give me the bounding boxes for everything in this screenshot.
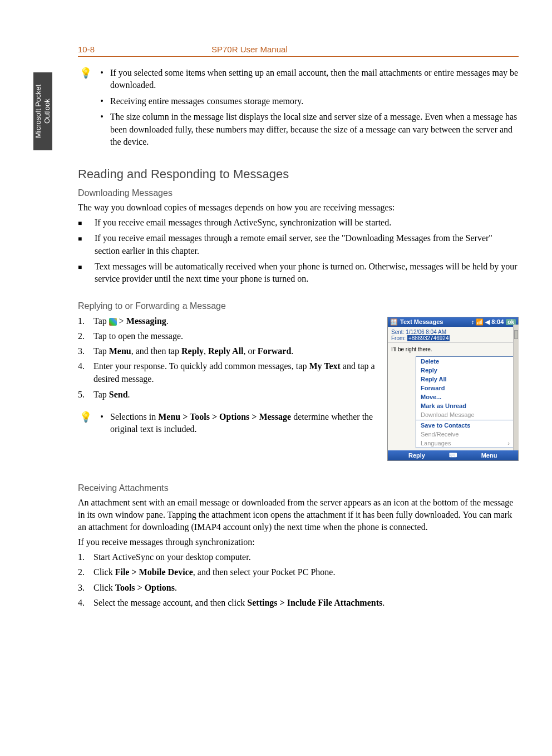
body-text: An attachment sent with an email message… bbox=[78, 497, 519, 534]
ui-label: File > Mobile Device bbox=[115, 567, 193, 577]
menu-item-download: Download Message bbox=[416, 410, 514, 419]
page-header: 10-8 SP70R User Manual bbox=[78, 45, 519, 57]
message-metadata: Sent: 1/12/06 8:04 AM From: +88693274692… bbox=[388, 327, 518, 343]
step-text: Start ActiveSync on your desktop compute… bbox=[93, 551, 251, 563]
step-text: , and then select your Pocket PC Phone. bbox=[193, 567, 336, 577]
softkey-menu[interactable]: Menu bbox=[460, 450, 518, 460]
list-item: • Selections in Menu > Tools > Options >… bbox=[93, 411, 376, 436]
tip-text: Receiving entire messages consumes stora… bbox=[110, 95, 303, 107]
ui-label: Messaging bbox=[126, 316, 166, 326]
sent-label: Sent: bbox=[391, 329, 404, 335]
step-text: Click bbox=[93, 567, 115, 577]
bullet-text: If you receive email messages through a … bbox=[95, 232, 519, 257]
step-item: 5. Tap Send. bbox=[78, 388, 376, 401]
subsection-heading: Receiving Attachments bbox=[78, 483, 519, 493]
section-tab: Microsoft Pocket Outlook bbox=[33, 72, 52, 150]
keyboard-icon[interactable]: ⌨ bbox=[446, 450, 460, 460]
menu-item-forward[interactable]: Forward bbox=[416, 384, 514, 392]
list-item: ■If you receive email messages through A… bbox=[78, 217, 519, 229]
step-text: . bbox=[175, 583, 177, 592]
context-menu: Delete Reply Reply All Forward Move... M… bbox=[416, 356, 515, 448]
list-item: ■If you receive email messages through a… bbox=[78, 232, 519, 257]
menu-item-save-contacts[interactable]: Save to Contacts bbox=[416, 421, 514, 430]
section-heading: Reading and Responding to Messages bbox=[78, 167, 519, 181]
ui-label: Tools > Options bbox=[115, 583, 175, 592]
ui-label: Reply All bbox=[208, 346, 244, 356]
step-text: . bbox=[128, 390, 130, 399]
list-item: •Receiving entire messages consumes stor… bbox=[93, 95, 519, 107]
step-text: . bbox=[382, 598, 385, 607]
list-item: •If you selected some items when setting… bbox=[93, 67, 519, 92]
ui-label: Forward bbox=[258, 346, 291, 356]
start-icon bbox=[109, 318, 117, 326]
step-text: , bbox=[204, 346, 208, 356]
menu-item-mark-unread[interactable]: Mark as Unread bbox=[416, 401, 514, 410]
lightbulb-icon: 💡 bbox=[78, 67, 93, 151]
tip-text: Selections in bbox=[110, 412, 158, 421]
step-text: Enter your response. To quickly add comm… bbox=[93, 361, 309, 371]
scrollbar-thumb[interactable] bbox=[514, 330, 518, 339]
menu-item-move[interactable]: Move... bbox=[416, 392, 514, 401]
step-item: 3. Tap Menu, and then tap Reply, Reply A… bbox=[78, 345, 376, 357]
sent-value: 1/12/06 8:04 AM bbox=[406, 329, 446, 335]
step-item: 4. Select the message account, and then … bbox=[78, 596, 519, 609]
device-screenshot: 🪟 Text Messages ↕ 📶 ◀ 8:04 ok Sent: 1/12… bbox=[387, 315, 519, 461]
ui-label: Settings > Include File Attachments bbox=[247, 598, 382, 607]
from-label: From: bbox=[391, 335, 406, 341]
bullet-text: If you receive email messages through Ac… bbox=[95, 217, 391, 229]
menu-item-send-receive: Send/Receive bbox=[416, 430, 514, 439]
menu-item-reply[interactable]: Reply bbox=[416, 366, 514, 375]
tip-block: 💡 •If you selected some items when setti… bbox=[78, 67, 519, 151]
step-text: Tap bbox=[93, 390, 109, 399]
step-item: 3. Click Tools > Options. bbox=[78, 581, 519, 594]
list-item: •The size column in the message list dis… bbox=[93, 111, 519, 148]
window-title: Text Messages bbox=[400, 318, 443, 325]
step-item: 2.Tap to open the message. bbox=[78, 330, 376, 342]
step-text: Tap bbox=[93, 316, 109, 326]
step-item: 2. Click File > Mobile Device, and then … bbox=[78, 566, 519, 578]
menu-item-delete[interactable]: Delete bbox=[416, 357, 514, 366]
window-titlebar: 🪟 Text Messages ↕ 📶 ◀ 8:04 ok bbox=[388, 317, 518, 327]
step-text: , or bbox=[244, 346, 258, 356]
menu-item-reply-all[interactable]: Reply All bbox=[416, 375, 514, 384]
softkey-reply[interactable]: Reply bbox=[388, 450, 446, 460]
ui-label: Menu > Tools > Options > Message bbox=[158, 412, 291, 421]
subsection-heading: Replying to or Forwarding a Message bbox=[78, 301, 519, 311]
step-text: . bbox=[166, 316, 169, 326]
body-text: If you receive messages through synchron… bbox=[78, 536, 519, 548]
bullet-text: Text messages will be automatically rece… bbox=[95, 261, 519, 286]
body-text: The way you download copies of messages … bbox=[78, 202, 519, 214]
step-text: > bbox=[119, 316, 126, 326]
scrollbar[interactable] bbox=[513, 325, 519, 450]
step-text: Tap bbox=[93, 346, 109, 356]
step-item: 4. Enter your response. To quickly add c… bbox=[78, 360, 376, 385]
ui-label: Reply bbox=[181, 346, 204, 356]
subsection-heading: Downloading Messages bbox=[78, 188, 519, 198]
start-icon[interactable]: 🪟 bbox=[390, 318, 398, 326]
ui-label: Send bbox=[109, 390, 128, 399]
step-item: 1.Start ActiveSync on your desktop compu… bbox=[78, 551, 519, 563]
step-text: Select the message account, and then cli… bbox=[93, 598, 247, 607]
lightbulb-icon: 💡 bbox=[78, 411, 93, 439]
page-number: 10-8 bbox=[78, 45, 211, 54]
status-icons: ↕ 📶 ◀ 8:04 bbox=[471, 318, 504, 326]
step-text: , and then tap bbox=[131, 346, 181, 356]
tip-text: If you selected some items when setting … bbox=[110, 67, 519, 92]
step-text: Tap to open the message. bbox=[93, 330, 183, 342]
step-text: . bbox=[291, 346, 293, 356]
ui-label: My Text bbox=[309, 361, 340, 371]
tip-text: The size column in the message list disp… bbox=[110, 111, 519, 148]
ui-label: Menu bbox=[109, 346, 131, 356]
step-item: 1. Tap > Messaging. bbox=[78, 315, 376, 327]
list-item: ■Text messages will be automatically rec… bbox=[78, 261, 519, 286]
softkey-bar: Reply ⌨ Menu bbox=[388, 450, 518, 460]
from-value[interactable]: +886932746924 bbox=[407, 335, 450, 341]
doc-title: SP70R User Manual bbox=[211, 45, 288, 54]
step-text: Click bbox=[93, 583, 115, 592]
menu-item-languages[interactable]: Languages bbox=[416, 439, 514, 448]
message-body: I'll be right there. bbox=[388, 343, 518, 356]
